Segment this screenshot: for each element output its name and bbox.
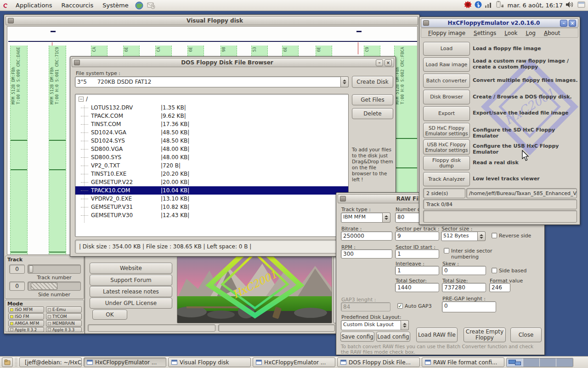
mode-apple-33[interactable]: Apple II 3.3 [46,327,82,332]
task-hxc-emulator-active[interactable]: HxCFloppyEmulator ... [84,357,166,367]
pregap-field[interactable]: 0 [442,301,496,312]
bluetooth-icon[interactable] [475,1,482,10]
file-row[interactable]: TINST10.EXE|20.20 KB| [75,170,348,178]
mode-apple-32[interactable]: Apple II 3.2 [8,327,44,332]
file-tree[interactable]: − / LOTUS132.DRV|1.35 KB| TPACK.COM|9.62… [75,94,349,237]
skew-field[interactable]: 0 [442,266,486,275]
file-row[interactable]: SD800.VGA|48.00 KB| [75,145,348,153]
side-based-checkbox[interactable]: Side based [492,268,527,274]
screen-lock-icon[interactable] [577,1,585,9]
task-raw-config[interactable]: RAW File format confi... [422,357,504,367]
workspace-1[interactable] [507,358,523,367]
format-value-field[interactable]: 246 [489,283,510,292]
save-config-button[interactable]: Save config [340,332,374,342]
task-visual-floppy[interactable]: Visual Floppy disk [168,357,251,367]
rpm-field[interactable]: 300 [341,249,392,259]
mode-iso-fm[interactable]: ISO FM [8,313,44,320]
mode-e-emu[interactable]: E-Emu [46,306,82,313]
track-number-slider[interactable] [28,264,81,274]
workspace-2[interactable] [523,358,540,367]
show-desktop-button[interactable] [2,357,13,367]
file-row[interactable]: VP2_0.TXT|720 B| [75,161,348,170]
spinner-icon[interactable] [383,213,390,223]
file-row[interactable]: SD1024.SYS|48.50 KB| [75,137,348,145]
menu-applications[interactable]: Applications [11,0,57,11]
menu-about[interactable]: About [540,30,565,36]
sector-block[interactable]: MFM 512B DM:FBhT:00 H:0 S:001 CRC:71C9 [49,46,66,254]
mode-iso-mfm[interactable]: ISO MFM [8,306,44,313]
create-disk-button[interactable]: Create Disk [352,76,393,88]
ok-button[interactable]: OK [92,310,127,320]
collapse-icon[interactable]: − [79,97,84,102]
delete-button[interactable]: Delete [352,108,393,119]
visual-floppy-titlebar[interactable]: Visual Floppy disk [6,16,418,25]
bitrate-field[interactable]: 250000 [341,231,392,241]
file-row[interactable]: TPACK.COM|9.62 KB| [75,112,348,120]
gpl-license-button[interactable]: Under GPL License [90,298,172,309]
total-sector-field[interactable]: 1440 [395,283,439,292]
side-number-slider[interactable] [28,282,81,291]
reverse-side-checkbox[interactable]: Reverse side [492,233,531,239]
sd-hxc-settings-button[interactable]: SD HxC Floppy Emulator settings [423,123,470,138]
load-button[interactable]: Load [423,42,470,56]
close-button[interactable]: × [384,59,392,66]
file-row-selected[interactable]: TPACK10.COM|10.04 KB| [75,186,348,195]
load-config-button[interactable]: Load config [376,332,410,342]
sector-block[interactable]: MFM 512B DM:FBhT:00 H:0 S:009 CRC:DA6E [10,46,28,254]
predefined-layout-select[interactable]: Custom Disk Layout [341,320,409,330]
load-raw-file-button[interactable]: Load RAW file [416,328,458,342]
export-button[interactable]: Export [423,106,470,121]
volume-icon[interactable] [565,1,575,10]
release-notes-button[interactable]: Latest release notes [90,286,172,297]
mail-launcher-icon[interactable] [147,2,155,9]
file-row[interactable]: GEMSETUP.V22|20.00 KB| [75,178,348,186]
total-size-field[interactable]: 737280 [442,283,486,292]
track-analyzer-button[interactable]: Track Analyzer [423,172,470,186]
interleave-field[interactable]: 1 [395,266,439,275]
sector-per-track-field[interactable]: 9 [395,231,439,241]
hxc-titlebar[interactable]: HxCFloppyEmulator v2.0.16.0 – × [421,18,578,28]
get-files-button[interactable]: Get Files [352,94,393,105]
workspace-3[interactable] [540,358,556,367]
menu-log[interactable]: Log [521,30,539,36]
update-notifier-icon[interactable] [464,1,472,10]
fs-type-select[interactable]: 3"5 720KB DSDD FAT12 [75,76,349,87]
task-terminal[interactable]: [jeff@debian: ~/HxC... [19,357,82,367]
debian-menu-icon[interactable] [2,2,9,9]
workspace-switcher[interactable] [506,358,573,367]
batch-converter-button[interactable]: Batch converter [423,74,470,88]
usb-hxc-settings-button[interactable]: USB HxC Floppy Emulator settings [423,139,470,155]
disk-browser-button[interactable]: Disk Browser [423,90,470,104]
close-button[interactable]: × [569,20,576,27]
file-row[interactable]: GEMSETUP.V30|12.43 KB| [75,211,348,219]
mode-tycom[interactable]: TYCOM [46,313,82,320]
menu-raccourcis[interactable]: Raccourcis [57,0,98,11]
mode-membrain[interactable]: MEMBRAIN [46,320,82,327]
file-row[interactable]: LOTUS132.DRV|1.35 KB| [75,104,348,112]
tree-root[interactable]: − / [75,94,348,104]
network-signal-icon[interactable] [485,1,493,9]
task-dos-file-browser[interactable]: DOS Floppy Disk File... [337,357,420,367]
support-forum-button[interactable]: Support Forum [90,275,172,286]
inter-side-checkbox[interactable]: Inter side sector numbering [444,248,499,260]
battery-icon[interactable] [496,1,505,10]
menu-systeme[interactable]: Système [98,0,133,11]
sector-size-select[interactable]: 512 Bytes [441,231,486,241]
track-type-select[interactable]: IBM MFM [341,213,390,223]
file-row[interactable]: GEMSETUP.V31|10.82 KB| [75,203,348,211]
panel-clock[interactable]: mar. 6 août, 16:17 [508,2,563,9]
load-raw-image-button[interactable]: Load Raw image [423,58,470,72]
minimize-button[interactable]: – [560,20,567,27]
close-button[interactable]: Close [510,328,542,342]
workspace-4[interactable] [556,358,573,367]
menu-settings[interactable]: Settings [469,30,500,36]
browser-launcher-icon[interactable] [135,1,143,10]
floppy-disk-dump-button[interactable]: Floppy disk dump [423,156,470,170]
spinner-icon[interactable] [341,76,349,87]
spinner-icon[interactable] [401,320,409,330]
task-hxc-emulator[interactable]: HxCFloppyEmulator ... [253,357,335,367]
spinner-icon[interactable] [478,231,486,241]
auto-gap3-checkbox[interactable]: ✓Auto GAP3 [397,303,432,309]
file-row[interactable]: TINST.COM|17.36 KB| [75,120,348,128]
sector-id-start-field[interactable]: 1 [395,249,439,259]
